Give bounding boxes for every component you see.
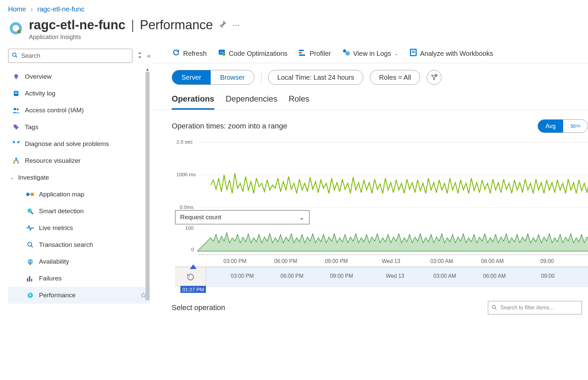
nav-live-metrics[interactable]: Live metrics	[8, 220, 150, 236]
request-count-select[interactable]: Request count ⌄	[175, 210, 309, 224]
nav-label: Resource visualizer	[25, 157, 81, 164]
svg-rect-5	[15, 78, 17, 79]
y-label: 100	[185, 225, 194, 231]
brush-handle-left[interactable]	[190, 264, 197, 269]
axis-tick: 03:00 AM	[430, 258, 453, 264]
nav-availability[interactable]: Availability	[8, 253, 150, 270]
svg-point-9	[14, 108, 16, 110]
breadcrumb-resource[interactable]: ragc-etl-ne-func	[37, 5, 84, 13]
page-subtitle: Application Insights	[29, 34, 240, 41]
svg-rect-31	[299, 52, 302, 53]
svg-rect-37	[412, 51, 415, 51]
axis-tick: Wed 13	[386, 273, 404, 279]
svg-rect-30	[299, 50, 304, 51]
nav-tags[interactable]: Tags	[8, 119, 150, 136]
svg-rect-11	[15, 158, 17, 160]
section-investigate[interactable]: ⌄ Investigate	[8, 169, 150, 186]
app-insights-icon	[9, 21, 23, 35]
server-segment[interactable]: Server	[172, 70, 211, 84]
toolbar-label: Refresh	[183, 50, 207, 58]
sidebar-nav: ▲ Overview Activity log Access control (…	[8, 68, 150, 372]
aggregation-toggle: Avg 50TH	[538, 119, 588, 133]
code-icon: </>	[218, 49, 225, 58]
svg-rect-16	[29, 194, 31, 195]
filters-row: Server Browser Local Time: Last 24 hours…	[153, 63, 588, 91]
sidebar-search[interactable]	[8, 49, 132, 63]
chevron-down-icon: ⌄	[394, 51, 398, 56]
nav-label: Activity log	[25, 90, 55, 97]
analyze-workbooks-button[interactable]: Analyze with Workbooks	[410, 49, 493, 58]
toolbar: Refresh </> Code Optimizations Profiler …	[153, 49, 588, 63]
view-in-logs-button[interactable]: View in Logs ⌄	[342, 49, 398, 58]
svg-rect-22	[27, 278, 28, 281]
svg-rect-23	[29, 276, 30, 281]
nav-label: Availability	[39, 258, 69, 265]
breadcrumb: Home › ragc-etl-ne-func	[0, 0, 588, 16]
chart-title: Operation times: zoom into a range	[172, 122, 287, 130]
sidebar-search-input[interactable]	[21, 52, 129, 60]
sidebar: « ▲ Overview Activity log Access control…	[0, 49, 153, 372]
chart-section: Operation times: zoom into a range Avg 5…	[153, 110, 588, 314]
pin-icon[interactable]	[219, 21, 226, 30]
nav-access-control[interactable]: Access control (IAM)	[8, 102, 150, 119]
tab-dependencies[interactable]: Dependencies	[226, 91, 277, 110]
operation-filter-input[interactable]	[500, 305, 578, 311]
operation-times-chart[interactable]: 2.0 sec 1000 ms 0.0ms	[175, 140, 588, 210]
nav-label: Application map	[39, 191, 84, 198]
globe-icon	[26, 258, 34, 265]
svg-point-33	[343, 49, 346, 52]
pulse-icon	[26, 225, 34, 231]
svg-rect-8	[15, 93, 17, 94]
workbook-icon	[410, 49, 417, 58]
axis-tick: 03:00 AM	[433, 273, 456, 279]
select-label: Request count	[180, 214, 221, 221]
agg-50th[interactable]: 50TH	[563, 120, 588, 132]
logs-icon	[342, 49, 350, 58]
add-filter-button[interactable]	[427, 70, 442, 85]
nav-failures[interactable]: Failures	[8, 270, 150, 287]
nav-application-map[interactable]: Application map	[8, 186, 150, 203]
axis-tick: 03:00 PM	[223, 258, 246, 264]
svg-rect-38	[412, 52, 415, 53]
breadcrumb-sep-icon: ›	[31, 5, 33, 13]
nav-overview[interactable]: Overview	[8, 68, 150, 85]
time-axis: 03:00 PM 06:00 PM 09:00 PM Wed 13 03:00 …	[198, 255, 588, 267]
sort-icon[interactable]	[137, 51, 142, 61]
time-brush[interactable]: 01:27 PM 03:00 PM 06:00 PM 09:00 PM Wed …	[175, 267, 588, 287]
axis-tick: Wed 13	[382, 258, 400, 264]
chevron-down-icon: ⌄	[10, 175, 14, 180]
profiler-button[interactable]: Profiler	[299, 49, 331, 58]
agg-avg[interactable]: Avg	[538, 120, 563, 132]
tab-roles[interactable]: Roles	[289, 91, 309, 110]
nav-performance[interactable]: Performance ☆	[8, 287, 150, 304]
nav-smart-detection[interactable]: Smart detection	[8, 203, 150, 220]
svg-rect-24	[31, 279, 32, 281]
request-count-chart[interactable]: 100 0	[175, 224, 588, 255]
y-label: 1000 ms	[176, 172, 196, 177]
operation-filter[interactable]	[488, 301, 582, 314]
nav-resource-visualizer[interactable]: Resource visualizer	[8, 152, 150, 169]
nav-activity-log[interactable]: Activity log	[8, 85, 150, 102]
tag-icon	[12, 124, 20, 130]
time-range-filter[interactable]: Local Time: Last 24 hours	[268, 70, 363, 85]
scrollbar-thumb[interactable]	[145, 72, 150, 300]
search-icon	[26, 241, 34, 248]
browser-segment[interactable]: Browser	[211, 70, 254, 84]
nav-diagnose[interactable]: Diagnose and solve problems	[8, 136, 150, 152]
svg-point-34	[345, 51, 350, 55]
svg-rect-32	[299, 54, 305, 56]
y-label: 0	[191, 246, 194, 252]
svg-rect-21	[30, 263, 31, 265]
collapse-icon[interactable]: «	[147, 52, 151, 60]
code-optimizations-button[interactable]: </> Code Optimizations	[218, 49, 288, 58]
axis-tick: 09:00 PM	[325, 258, 348, 264]
scroll-up-icon[interactable]: ▲	[145, 68, 150, 72]
detect-icon	[26, 207, 34, 215]
undo-zoom-button[interactable]	[175, 267, 206, 287]
breadcrumb-home[interactable]: Home	[8, 5, 26, 13]
nav-transaction-search[interactable]: Transaction search	[8, 236, 150, 253]
roles-filter[interactable]: Roles = All	[370, 70, 420, 85]
tab-operations[interactable]: Operations	[172, 91, 214, 110]
more-icon[interactable]: ⋯	[233, 21, 240, 30]
refresh-button[interactable]: Refresh	[172, 49, 207, 58]
